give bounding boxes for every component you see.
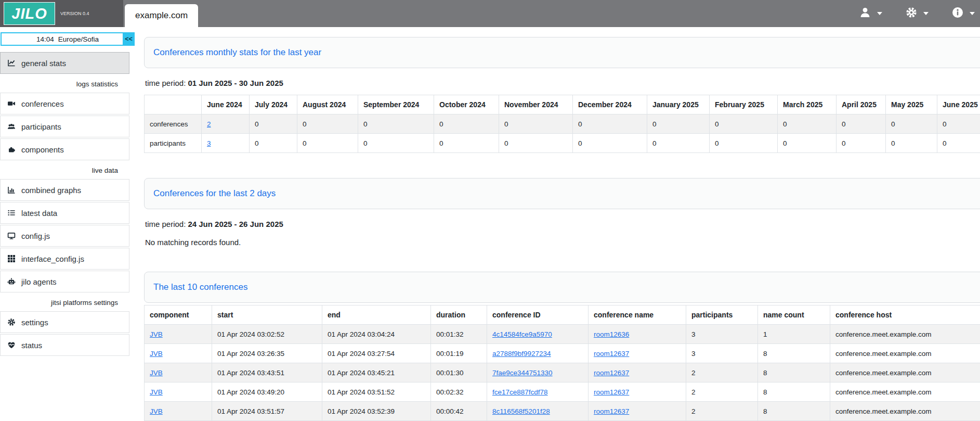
sidebar-item-label: config.js [21, 232, 50, 240]
table-cell: 00:00:42 [431, 402, 487, 421]
grid-icon [7, 254, 16, 263]
table-row: JVB01 Apr 2024 03:49:2001 Apr 2024 03:51… [145, 382, 980, 402]
table-cell: 0 [837, 134, 886, 153]
table-cell: 0 [778, 134, 837, 153]
monitor-icon [7, 232, 16, 240]
table-cell: 0 [297, 134, 358, 153]
table-cell: 0 [647, 134, 710, 153]
table-cell: participants [145, 134, 202, 153]
main-content: Conferences monthly stats for the last y… [136, 27, 980, 421]
table-link[interactable]: JVB [150, 369, 163, 377]
settings-menu-toggle[interactable] [905, 6, 929, 21]
table-cell: 0 [250, 134, 297, 153]
logo-text: JILO [11, 6, 47, 21]
time-period: time period:01 Jun 2025 - 30 Jun 2025 [145, 79, 980, 87]
sidebar-item-settings[interactable]: settings [0, 311, 129, 333]
table-link[interactable]: 8c116568f5201f28 [492, 407, 550, 415]
table-link[interactable]: room12637 [594, 369, 629, 377]
table-link[interactable]: JVB [150, 330, 163, 338]
column-header: September 2024 [358, 95, 434, 114]
sidebar-item-participants[interactable]: participants [0, 116, 129, 137]
table-link[interactable]: JVB [150, 388, 163, 396]
column-header: conference ID [487, 305, 589, 325]
table-link[interactable]: room12637 [594, 350, 629, 358]
column-header: April 2025 [837, 95, 886, 114]
time-period-label: time period: [145, 220, 186, 228]
sidebar-item-jilo-agents[interactable]: jilo agents [0, 271, 129, 292]
no-records-message: No matching records found. [145, 238, 980, 247]
table-link[interactable]: JVB [150, 407, 163, 415]
table-cell: 00:02:32 [431, 382, 487, 402]
table-cell: JVB [145, 325, 212, 344]
time-period-value: 01 Jun 2025 - 30 Jun 2025 [188, 79, 283, 87]
info-menu-toggle[interactable] [951, 6, 975, 21]
table-cell: 01 Apr 2024 03:51:57 [212, 402, 322, 421]
table-cell: 01 Apr 2024 03:45:21 [322, 363, 431, 382]
table-cell: room12636 [589, 325, 686, 344]
sidebar-item-label: interface_config.js [21, 254, 84, 263]
table-cell: 0 [297, 114, 358, 134]
table-cell: 0 [358, 114, 434, 134]
sidebar-item-latest-data[interactable]: latest data [0, 202, 129, 224]
table-link[interactable]: room12637 [594, 388, 629, 396]
table-cell: 0 [358, 134, 434, 153]
table-cell: room12637 [589, 344, 686, 363]
table-cell: 00:01:30 [431, 363, 487, 382]
table-cell: 01 Apr 2024 03:04:24 [322, 325, 431, 344]
table-cell: 0 [250, 114, 297, 134]
table-cell: 1 [758, 325, 830, 344]
jilo-logo[interactable]: JILO [4, 2, 55, 25]
table-header-row: June 2024 July 2024 August 2024 Septembe… [145, 95, 980, 114]
gear-icon [7, 318, 16, 327]
user-menu-toggle[interactable] [859, 6, 882, 21]
column-header: May 2025 [886, 95, 937, 114]
table-cell: 01 Apr 2024 03:49:20 [212, 382, 322, 402]
sidebar-section-label: jitsi platforms settings [0, 294, 129, 311]
table-cell: 0 [778, 114, 837, 134]
column-header: end [322, 305, 431, 325]
sidebar-item-conferences[interactable]: conferences [0, 93, 129, 114]
sidebar-collapse-button[interactable]: << [123, 32, 135, 46]
table-cell: 2 [686, 402, 758, 421]
table-cell: 8 [758, 363, 830, 382]
sidebar-item-label: status [21, 341, 42, 350]
sidebar-item-status[interactable]: status [0, 334, 129, 356]
table-cell: JVB [145, 382, 212, 402]
table-cell: 0 [937, 134, 980, 153]
sidebar-item-interface-config-js[interactable]: interface_config.js [0, 248, 129, 270]
table-cell: room12637 [589, 402, 686, 421]
column-header: January 2025 [647, 95, 710, 114]
table-link[interactable]: room12637 [594, 407, 629, 415]
user-icon [859, 6, 871, 21]
table-link[interactable]: 2 [207, 120, 211, 128]
table-link[interactable]: room12636 [594, 330, 629, 338]
table-link[interactable]: 4c14584fce9a5970 [492, 330, 552, 338]
platform-tab-example-com[interactable]: example.com [125, 4, 198, 27]
column-header: July 2024 [250, 95, 297, 114]
table-cell: 0 [710, 114, 778, 134]
table-row: conferences2000000000000 [145, 114, 980, 134]
table-cell: conference.meet.example.com [830, 382, 980, 402]
chevron-down-icon [877, 12, 882, 15]
table-cell: 2 [686, 382, 758, 402]
top-bar-actions [859, 0, 975, 27]
table-cell: JVB [145, 344, 212, 363]
column-header: name count [758, 305, 830, 325]
sidebar-item-combined-graphs[interactable]: combined graphs [0, 179, 129, 201]
table-link[interactable]: 7fae9ce344751330 [492, 369, 553, 377]
table-header-row: component start end duration conference … [145, 305, 980, 325]
users-icon [7, 122, 16, 131]
table-link[interactable]: fce17ce887fcdf78 [492, 388, 548, 396]
table-link[interactable]: JVB [150, 350, 163, 358]
sidebar-item-config-js[interactable]: config.js [0, 225, 129, 247]
chart-line-icon [7, 59, 16, 68]
table-link[interactable]: 3 [207, 139, 211, 147]
sidebar-item-general-stats[interactable]: general stats [0, 52, 129, 74]
sidebar-item-components[interactable]: components [0, 138, 129, 160]
info-icon [951, 6, 964, 21]
sidebar: 14:04 Europe/Sofia << general stats logs… [0, 27, 136, 421]
table-cell: 00:01:32 [431, 325, 487, 344]
table-cell: 0 [573, 134, 647, 153]
table-link[interactable]: a2788f9bf9927234 [492, 350, 551, 358]
table-row: JVB01 Apr 2024 03:02:5201 Apr 2024 03:04… [145, 325, 980, 344]
